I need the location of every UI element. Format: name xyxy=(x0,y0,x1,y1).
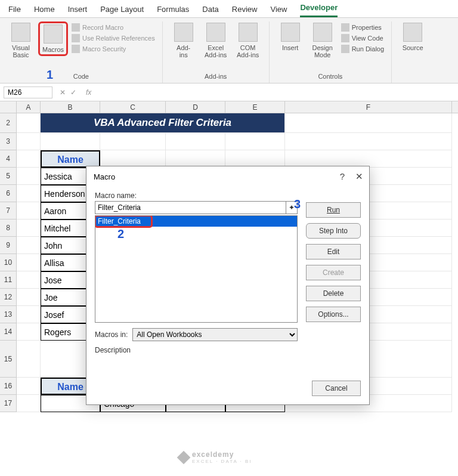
row-header[interactable]: 7 xyxy=(0,202,17,220)
cell[interactable] xyxy=(100,150,166,168)
col-header-C[interactable]: C xyxy=(100,101,166,113)
cell[interactable] xyxy=(17,254,41,271)
macro-security-button[interactable]: Macro Security xyxy=(70,44,156,54)
cell[interactable] xyxy=(17,378,41,395)
row-header[interactable]: 2 xyxy=(0,113,17,133)
row-header[interactable]: 9 xyxy=(0,237,17,254)
addins-button[interactable]: Add- ins xyxy=(169,21,199,60)
cancel-formula-icon[interactable]: ✕ xyxy=(60,88,66,97)
cell[interactable] xyxy=(17,306,41,323)
cell[interactable] xyxy=(17,341,41,378)
cell[interactable] xyxy=(17,202,41,220)
macros-in-select[interactable]: All Open Workbooks xyxy=(132,328,298,341)
select-all-corner[interactable] xyxy=(0,101,17,113)
cell[interactable] xyxy=(225,150,285,168)
row-header[interactable]: 10 xyxy=(0,254,17,271)
group-label-controls: Controls xyxy=(318,71,342,83)
tab-view[interactable]: View xyxy=(270,5,287,17)
cell[interactable] xyxy=(17,168,41,185)
excel-addins-button[interactable]: Excel Add-ins xyxy=(201,21,231,60)
dialog-title: Macro xyxy=(94,172,115,181)
row-header[interactable]: 8 xyxy=(0,220,17,237)
tab-developer[interactable]: Developer xyxy=(300,3,338,17)
cell[interactable] xyxy=(17,113,41,133)
run-dialog-button[interactable]: Run Dialog xyxy=(340,44,385,54)
row-header[interactable]: 4 xyxy=(0,150,17,168)
record-icon xyxy=(72,23,80,32)
tab-formulas[interactable]: Formulas xyxy=(157,5,189,17)
row-header[interactable]: 14 xyxy=(0,323,17,341)
cell[interactable] xyxy=(225,133,285,150)
options-button[interactable]: Options... xyxy=(306,307,361,322)
row-header[interactable]: 13 xyxy=(0,306,17,323)
com-addins-button[interactable]: COM Add-ins xyxy=(233,21,263,60)
row-header[interactable]: 6 xyxy=(0,185,17,202)
row-header[interactable]: 3 xyxy=(0,133,17,150)
insert-control-button[interactable]: Insert xyxy=(276,21,305,52)
fx-button[interactable]: fx xyxy=(81,88,91,97)
group-code: Visual Basic Macros Record Macro Use Rel… xyxy=(0,21,163,83)
cell[interactable]: VBA Advanced Filter Criteria xyxy=(41,113,285,133)
cell[interactable] xyxy=(17,150,41,168)
row-header[interactable]: 5 xyxy=(0,168,17,185)
name-box[interactable]: M26 xyxy=(4,86,52,98)
tab-data[interactable]: Data xyxy=(202,5,218,17)
macro-name-input[interactable] xyxy=(95,201,286,214)
properties-icon xyxy=(341,23,349,32)
col-header-F[interactable]: F xyxy=(285,101,452,113)
cell[interactable] xyxy=(100,133,166,150)
record-macro-button[interactable]: Record Macro xyxy=(70,23,156,32)
visual-basic-button[interactable]: Visual Basic xyxy=(6,21,36,60)
cell[interactable] xyxy=(17,271,41,289)
design-mode-button[interactable]: Design Mode xyxy=(308,21,338,60)
enter-formula-icon[interactable]: ✓ xyxy=(70,88,76,97)
help-icon[interactable]: ? xyxy=(340,171,345,182)
cell[interactable] xyxy=(166,133,225,150)
cell[interactable] xyxy=(17,395,41,412)
insert-control-icon xyxy=(281,23,300,42)
cell[interactable] xyxy=(17,220,41,237)
cell[interactable] xyxy=(17,289,41,306)
excel-addins-icon xyxy=(206,23,225,42)
cell[interactable] xyxy=(166,150,225,168)
use-relative-button[interactable]: Use Relative References xyxy=(70,33,156,43)
properties-button[interactable]: Properties xyxy=(340,23,385,32)
source-button[interactable]: Source xyxy=(398,21,428,52)
row-header[interactable]: 16 xyxy=(0,378,17,395)
group-label-code: Code xyxy=(73,71,89,83)
delete-button[interactable]: Delete xyxy=(306,286,361,301)
macros-button[interactable]: Macros xyxy=(38,21,68,56)
close-icon[interactable]: ✕ xyxy=(355,171,363,182)
col-header-E[interactable]: E xyxy=(225,101,285,113)
column-headers: ABCDEF xyxy=(0,101,458,113)
annotation-2: 2 xyxy=(117,227,320,241)
cancel-button[interactable]: Cancel xyxy=(312,381,361,396)
cell[interactable]: Name xyxy=(41,150,100,168)
cell[interactable] xyxy=(285,150,452,168)
cell[interactable] xyxy=(17,185,41,202)
row-header[interactable]: 17 xyxy=(0,395,17,412)
cell[interactable] xyxy=(285,113,452,133)
cell[interactable] xyxy=(285,133,452,150)
control-subbuttons: Properties View Code Run Dialog xyxy=(340,21,385,54)
cell[interactable] xyxy=(41,133,100,150)
annotation-1: 1 xyxy=(47,68,53,82)
row-header[interactable]: 11 xyxy=(0,271,17,289)
tab-review[interactable]: Review xyxy=(232,5,258,17)
row-header[interactable]: 15 xyxy=(0,341,17,378)
edit-button[interactable]: Edit xyxy=(306,244,361,259)
cell[interactable] xyxy=(17,323,41,341)
macro-dialog: Macro ? ✕ Macro name: ✦ Filter_Criteria … xyxy=(86,166,370,405)
col-header-D[interactable]: D xyxy=(166,101,225,113)
cell[interactable] xyxy=(17,237,41,254)
col-header-B[interactable]: B xyxy=(41,101,100,113)
tab-file[interactable]: File xyxy=(8,5,21,17)
view-code-button[interactable]: View Code xyxy=(340,33,385,43)
row-header[interactable]: 12 xyxy=(0,289,17,306)
tab-home[interactable]: Home xyxy=(34,5,55,17)
cell[interactable] xyxy=(17,133,41,150)
tab-insert[interactable]: Insert xyxy=(68,5,88,17)
tab-page-layout[interactable]: Page Layout xyxy=(100,5,144,17)
design-icon xyxy=(313,23,332,42)
col-header-A[interactable]: A xyxy=(17,101,41,113)
